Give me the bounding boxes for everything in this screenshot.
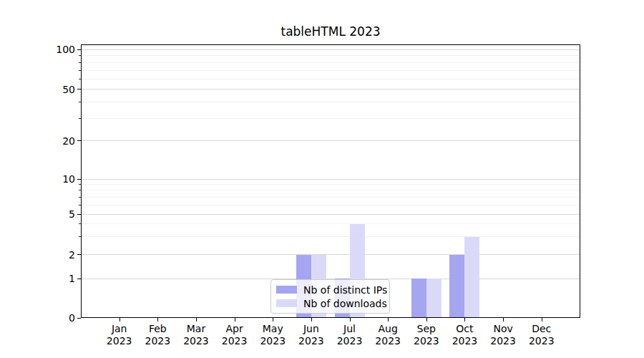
y-minor-tick-mark [79, 79, 81, 79]
x-tick-label: Dec 2023 [519, 323, 565, 347]
y-minor-tick-mark [79, 55, 81, 56]
y-tick-mark [77, 318, 81, 319]
gridline-minor [82, 236, 580, 237]
x-tick-mark [388, 318, 389, 321]
gridline-minor [82, 197, 580, 198]
gridline-major [82, 214, 580, 215]
bar-distinct-ips [411, 279, 426, 318]
y-tick-label: 20 [34, 135, 75, 147]
gridline-minor [82, 55, 580, 56]
legend-swatch-downloads [276, 299, 297, 307]
y-tick-mark [77, 279, 81, 279]
legend-swatch-distinct-ips [276, 286, 297, 294]
y-tick-label: 1 [34, 273, 75, 284]
y-minor-tick-mark [79, 190, 81, 190]
y-tick-label: 2 [34, 249, 75, 261]
plot-area [81, 44, 580, 318]
gridline-major [82, 254, 580, 255]
legend-label-downloads: Nb of downloads [303, 297, 387, 310]
chart-title: tableHTML 2023 [81, 25, 580, 39]
y-tick-label: 100 [34, 44, 75, 55]
x-tick-mark [350, 318, 351, 321]
gridline-minor [82, 62, 580, 63]
legend-item-downloads: Nb of downloads [276, 297, 384, 310]
y-tick-mark [77, 89, 81, 90]
bar-downloads [464, 237, 479, 318]
y-minor-tick-mark [79, 102, 81, 102]
legend-item-distinct-ips: Nb of distinct IPs [276, 284, 384, 296]
x-tick-mark [311, 318, 312, 321]
x-tick-mark [119, 318, 120, 321]
x-tick-mark [503, 318, 504, 321]
x-tick-mark [542, 318, 542, 321]
bar-downloads [426, 279, 441, 318]
y-tick-mark [77, 214, 81, 215]
y-tick-mark [77, 140, 81, 141]
y-minor-tick-mark [79, 205, 81, 205]
y-tick-mark [77, 179, 81, 180]
gridline-minor [82, 102, 580, 102]
y-minor-tick-mark [79, 223, 81, 224]
y-minor-tick-mark [79, 62, 81, 63]
gridline-minor [82, 223, 580, 224]
y-tick-label: 5 [34, 208, 75, 220]
x-tick-mark [196, 318, 197, 321]
x-tick-mark [426, 318, 427, 321]
y-minor-tick-mark [79, 236, 81, 237]
bar-distinct-ips [449, 255, 464, 318]
x-tick-mark [273, 318, 273, 321]
y-tick-mark [77, 254, 81, 255]
legend: Nb of distinct IPs Nb of downloads [270, 279, 390, 314]
gridline-minor [82, 118, 580, 119]
y-minor-tick-mark [79, 184, 81, 185]
y-minor-tick-mark [79, 118, 81, 119]
gridline-minor [82, 70, 580, 71]
gridline-major [82, 179, 580, 180]
gridline-major [82, 140, 580, 141]
gridline-minor [82, 205, 580, 205]
y-tick-label: 10 [34, 173, 75, 185]
y-minor-tick-mark [79, 70, 81, 71]
figure: tableHTML 2023 Nb of distinct IPs Nb of … [0, 0, 644, 358]
gridline-minor [82, 184, 580, 185]
y-tick-mark [77, 49, 81, 50]
x-tick-mark [157, 318, 158, 321]
legend-label-distinct-ips: Nb of distinct IPs [303, 284, 387, 296]
x-tick-mark [464, 318, 465, 321]
y-minor-tick-mark [79, 197, 81, 198]
y-tick-label: 0 [34, 312, 75, 324]
gridline-major [82, 49, 580, 50]
gridline-major [82, 89, 580, 90]
gridline-minor [82, 190, 580, 190]
gridline-minor [82, 79, 580, 79]
y-tick-label: 50 [34, 84, 75, 95]
x-tick-mark [235, 318, 235, 321]
